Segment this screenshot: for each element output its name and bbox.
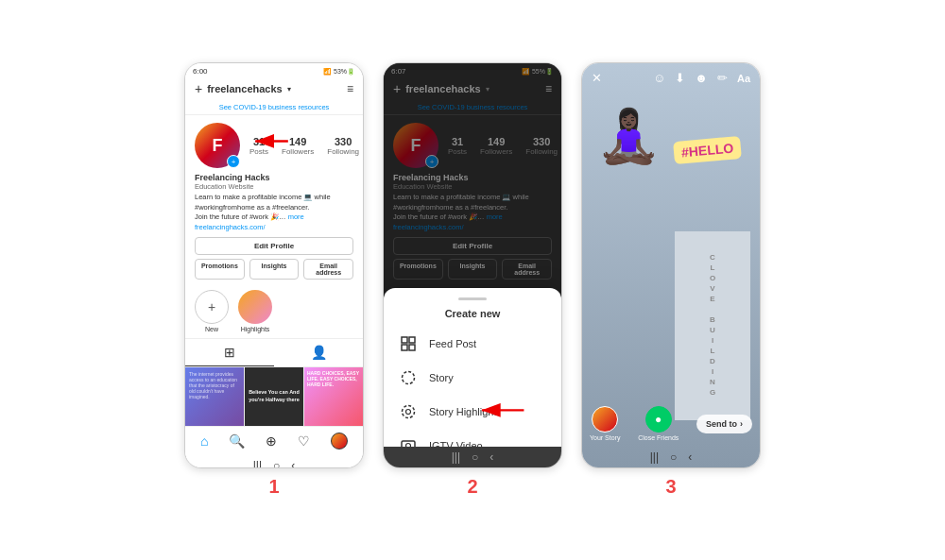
heart-icon-1[interactable]: ♡: [298, 433, 310, 449]
recent-apps-btn-2[interactable]: |||: [452, 450, 460, 464]
back-btn-2[interactable]: ‹: [490, 450, 493, 464]
stat-posts-2[interactable]: 31 Posts: [448, 136, 467, 156]
system-bar-3: ||| ○ ‹: [582, 447, 760, 467]
insights-button-1[interactable]: Insights: [249, 259, 300, 280]
avatar-badge-1: +: [227, 155, 240, 168]
close-friends-avatar: ●: [645, 406, 672, 433]
story-label: Story: [429, 372, 454, 383]
emoji-icon-3[interactable]: ☺: [653, 71, 665, 85]
close-icon-3[interactable]: ✕: [592, 71, 602, 85]
profile-icon-1[interactable]: [331, 433, 348, 450]
insights-button-2[interactable]: Insights: [448, 259, 498, 280]
post-cell-1[interactable]: The internet provides access to an educa…: [185, 367, 244, 426]
story-highlight-item[interactable]: Story Highlight: [384, 395, 561, 429]
stat-posts-1[interactable]: 31 Posts: [249, 136, 268, 156]
profile-buttons-row2-2: Promotions Insights Email address: [393, 259, 552, 280]
promotions-button-1[interactable]: Promotions: [195, 259, 245, 280]
covid-banner-2[interactable]: See COVID-19 business resources: [384, 100, 561, 115]
avatar-badge-2: +: [425, 155, 438, 168]
stat-followers-1[interactable]: 149 Followers: [282, 136, 314, 156]
profile-bio-1: Learn to make a profitable income 💻 whil…: [195, 193, 353, 223]
sticker-icon-3[interactable]: ☻: [695, 71, 708, 85]
add-icon-1[interactable]: ⊕: [266, 433, 277, 449]
profile-category-2: Education Website: [393, 182, 552, 191]
email-button-2[interactable]: Email address: [502, 259, 552, 280]
edit-profile-button-2[interactable]: Edit Profile: [393, 237, 552, 255]
stats-row-2: 31 Posts 149 Followers 330 Following: [448, 136, 558, 156]
recent-apps-btn-3[interactable]: |||: [650, 450, 659, 464]
draw-icon-3[interactable]: ✏: [717, 71, 728, 85]
phone-number-1: 1: [268, 476, 279, 498]
home-btn-3[interactable]: ○: [670, 450, 677, 464]
stat-following-1[interactable]: 330 Following: [327, 136, 359, 156]
text-icon-3[interactable]: Aa: [737, 73, 750, 84]
building-text: CLOVE BUILDING: [709, 253, 717, 399]
system-bar-1: ||| ○ ‹: [185, 455, 363, 468]
close-friends-label: Close Friends: [638, 434, 679, 441]
back-btn-3[interactable]: ‹: [688, 450, 692, 464]
story-highlight-icon: [399, 402, 418, 421]
recent-apps-btn-1[interactable]: |||: [253, 459, 262, 468]
sheet-title: Create new: [384, 308, 561, 319]
home-btn-1[interactable]: ○: [273, 459, 280, 468]
stats-row-1: 31 Posts 149 Followers 330 Following: [249, 136, 359, 156]
profile-bio-2: Learn to make a profitable income 💻 whil…: [393, 193, 552, 223]
menu-icon-2[interactable]: ≡: [545, 82, 552, 95]
grid-tab-tagged-1[interactable]: 👤: [274, 339, 363, 366]
stat-following-2[interactable]: 330 Following: [525, 136, 558, 156]
search-icon-1[interactable]: 🔍: [229, 433, 245, 449]
feed-post-item[interactable]: Feed Post: [384, 327, 561, 361]
phone-number-3: 3: [665, 476, 676, 498]
avatar-1[interactable]: F +: [195, 123, 240, 168]
close-friends-button[interactable]: ● Close Friends: [638, 406, 679, 441]
plus-icon-1[interactable]: +: [195, 81, 202, 96]
ig-header-2: + freelancehacks ▾ ≡: [384, 77, 561, 100]
story-item[interactable]: Story: [384, 361, 561, 395]
profile-section-1: F + 31 Posts 149 Followers 330: [185, 115, 363, 284]
menu-icon-1[interactable]: ≡: [347, 82, 353, 95]
post-cell-3[interactable]: HARD CHOICES, EASY LIFE. EASY CHOICES, H…: [304, 367, 363, 426]
your-story-button[interactable]: Your Story: [590, 406, 620, 441]
plus-icon-2[interactable]: +: [393, 81, 401, 96]
username-2[interactable]: freelancehacks: [405, 83, 481, 94]
chevron-down-icon-1[interactable]: ▾: [287, 85, 291, 93]
covid-banner-1[interactable]: See COVID-19 business resources: [185, 100, 363, 115]
system-bar-2: ||| ○ ‹: [384, 447, 561, 467]
home-btn-2[interactable]: ○: [472, 450, 478, 464]
home-icon-1[interactable]: ⌂: [200, 433, 208, 449]
chevron-right-icon-3: ›: [740, 419, 743, 429]
your-story-label: Your Story: [590, 434, 620, 441]
grid-tab-posts-1[interactable]: ⊞: [185, 339, 274, 366]
profile-link-2[interactable]: freelancinghacks.com/: [393, 223, 552, 231]
svg-rect-5: [409, 345, 415, 350]
post-cell-2[interactable]: Believe You can And you're Halfway there: [245, 367, 303, 426]
download-icon-3[interactable]: ⬇: [675, 71, 685, 85]
back-btn-1[interactable]: ‹: [291, 459, 295, 468]
promotions-button-2[interactable]: Promotions: [393, 259, 443, 280]
hello-sticker[interactable]: #HELLO: [673, 136, 742, 164]
email-button-1[interactable]: Email address: [303, 259, 353, 280]
send-to-button[interactable]: Send to ›: [696, 415, 752, 433]
username-1[interactable]: freelancehacks: [207, 83, 283, 94]
profile-buttons-2: Edit Profile: [393, 237, 552, 255]
profile-buttons-row2-1: Promotions Insights Email address: [195, 259, 353, 280]
stat-followers-2[interactable]: 149 Followers: [480, 136, 512, 156]
phone-2: 6:07 📶 55%🔋 + freelancehacks ▾ ≡ See COV…: [383, 62, 562, 468]
profile-name-2: Freelancing Hacks: [393, 173, 552, 182]
grid-icon: [399, 334, 418, 353]
story-icon: [399, 368, 418, 387]
status-icons-2: 📶 55%🔋: [522, 68, 554, 76]
new-highlight-1[interactable]: + New: [195, 290, 229, 332]
profile-name-1: Freelancing Hacks: [195, 173, 353, 182]
edit-profile-button-1[interactable]: Edit Profile: [195, 237, 353, 255]
svg-rect-4: [402, 345, 407, 350]
highlights-item-1[interactable]: Highlights: [238, 290, 272, 332]
story-character: 🧘🏿‍♀️: [596, 110, 662, 162]
phone-1: 6:00 📶 53%🔋 + freelancehacks ▾ ≡ See COV…: [184, 62, 364, 468]
time-2: 6:07: [391, 67, 406, 76]
chevron-down-icon-2[interactable]: ▾: [486, 85, 490, 93]
avatar-2[interactable]: F +: [393, 123, 438, 168]
profile-section-2: F + 31 Posts 149 Followers 330: [384, 115, 561, 284]
svg-point-8: [406, 410, 411, 415]
profile-link-1[interactable]: freelancinghacks.com/: [195, 223, 353, 231]
